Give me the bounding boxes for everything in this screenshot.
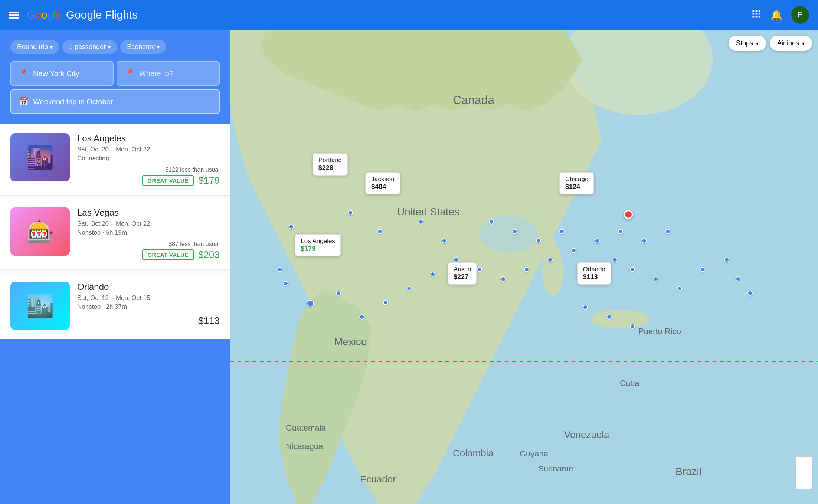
la-flight-info: Connecting [77, 155, 220, 162]
orlando-bottom: $113 [77, 315, 220, 327]
airlines-button[interactable]: Airlines ▾ [770, 36, 812, 51]
stops-arrow: ▾ [756, 40, 759, 46]
map-dot[interactable] [336, 291, 341, 296]
orlando-price: $113 [198, 315, 220, 327]
austin-price: $227 [454, 273, 471, 281]
destination-input[interactable] [139, 69, 212, 78]
svg-rect-6 [753, 16, 755, 17]
la-dates: Sat, Oct 20 – Mon, Oct 22 [77, 146, 220, 153]
lv-info: Las Vegas Sat, Oct 20 – Mon, Oct 22 Nons… [77, 207, 220, 261]
chicago-marker[interactable]: Chicago $124 [559, 172, 594, 194]
cabin-class-arrow: ▾ [157, 44, 160, 50]
zoom-out-button[interactable]: − [796, 473, 812, 489]
jackson-city-label: Jackson [371, 176, 394, 183]
lv-savings: $87 less than usual [168, 241, 220, 248]
map-dot[interactable] [377, 229, 382, 234]
date-input-box[interactable]: 📅 Weekend trip in October [10, 89, 220, 114]
date-label: Weekend trip in October [33, 98, 113, 106]
portland-city-label: Portland [318, 157, 342, 164]
jackson-price: $404 [371, 183, 394, 191]
la-badge: GREAT VALUE [142, 175, 194, 186]
result-card-lv[interactable]: Las Vegas Sat, Oct 20 – Mon, Oct 22 Nons… [0, 199, 230, 270]
svg-text:Ecuador: Ecuador [360, 474, 396, 485]
austin-city-label: Austin [454, 266, 471, 273]
origin-input[interactable] [33, 69, 105, 78]
result-card-orlando[interactable]: Orlando Sat, Oct 13 – Mon, Oct 15 Nonsto… [0, 273, 230, 339]
map-dot[interactable] [612, 257, 618, 262]
left-panel: Round trip ▾ 1 passenger ▾ Economy ▾ 📍 📍 [0, 30, 230, 504]
svg-rect-4 [756, 13, 758, 14]
search-section: Round trip ▾ 1 passenger ▾ Economy ▾ 📍 📍 [0, 30, 230, 121]
passengers-button[interactable]: 1 passenger ▾ [62, 40, 117, 54]
map-dot[interactable] [501, 276, 506, 282]
la-price: $179 [198, 175, 220, 186]
map-dot[interactable] [348, 210, 353, 215]
bell-icon[interactable]: 🔔 [770, 9, 782, 21]
map-dot[interactable] [536, 238, 541, 243]
result-card-la[interactable]: Los Angeles Sat, Oct 20 – Mon, Oct 22 Co… [0, 124, 230, 196]
la-image [10, 133, 70, 181]
calendar-icon: 📅 [19, 97, 29, 107]
map-dot[interactable] [571, 248, 576, 253]
lv-price: $203 [198, 249, 220, 261]
lv-dates: Sat, Oct 20 – Mon, Oct 22 [77, 220, 220, 228]
map-dot[interactable] [430, 272, 435, 277]
portland-marker[interactable]: Portland $228 [313, 153, 348, 176]
map-dot[interactable] [606, 314, 612, 320]
la-map-price: $179 [301, 245, 335, 253]
la-info: Los Angeles Sat, Oct 20 – Mon, Oct 22 Co… [77, 133, 220, 186]
orlando-value-row: $113 [198, 315, 220, 327]
zoom-controls: + − [796, 456, 812, 489]
stops-button[interactable]: Stops ▾ [729, 36, 766, 51]
svg-rect-7 [756, 16, 758, 17]
map-dot[interactable] [665, 229, 670, 234]
results-section: Los Angeles Sat, Oct 20 – Mon, Oct 22 Co… [0, 124, 230, 339]
svg-text:Guatemala: Guatemala [286, 423, 326, 432]
lv-city: Las Vegas [77, 207, 220, 218]
la-marker[interactable]: Los Angeles $179 [295, 234, 341, 256]
nyc-marker [624, 210, 633, 219]
svg-text:Nicaragua: Nicaragua [286, 442, 323, 451]
map-dot[interactable] [418, 219, 423, 225]
menu-button[interactable] [9, 12, 19, 19]
origin-input-box[interactable]: 📍 [10, 61, 114, 86]
austin-marker[interactable]: Austin $227 [448, 262, 477, 285]
map-dot[interactable] [524, 267, 529, 272]
lv-value-row: GREAT VALUE $203 [142, 249, 220, 261]
map-section[interactable]: Canada United States Mexico Cuba Puerto … [230, 30, 818, 504]
stops-label: Stops [736, 39, 753, 47]
map-dot[interactable] [277, 267, 282, 272]
svg-text:Brazil: Brazil [675, 466, 701, 477]
svg-text:Colombia: Colombia [453, 448, 494, 459]
orlando-flight-info: Nonstop · 2h 37m [77, 303, 220, 311]
orlando-info: Orlando Sat, Oct 13 – Mon, Oct 15 Nonsto… [77, 282, 220, 327]
orlando-marker[interactable]: Orlando $113 [577, 262, 611, 285]
trip-options-row: Round trip ▾ 1 passenger ▾ Economy ▾ [10, 40, 220, 54]
jackson-marker[interactable]: Jackson $404 [365, 172, 400, 194]
grid-icon[interactable] [751, 9, 762, 22]
la-bottom: $122 less than usual GREAT VALUE $179 [77, 167, 220, 186]
map-dot[interactable] [724, 257, 729, 262]
destination-input-box[interactable]: 📍 [117, 61, 220, 86]
svg-point-12 [590, 310, 650, 328]
zoom-in-button[interactable]: + [796, 456, 812, 473]
flights-label: Google Flights [66, 9, 138, 21]
map-dot[interactable] [630, 267, 635, 272]
google-flights-logo: Google Google Flights [27, 9, 138, 21]
map-dot[interactable] [512, 229, 517, 234]
location-inputs: 📍 📍 [10, 61, 220, 86]
svg-text:Suriname: Suriname [538, 464, 573, 473]
avatar[interactable]: E [791, 6, 809, 24]
svg-text:Canada: Canada [453, 93, 494, 107]
svg-text:Puerto Rico: Puerto Rico [638, 327, 681, 336]
map-dot[interactable] [747, 291, 753, 296]
round-trip-button[interactable]: Round trip ▾ [10, 40, 59, 54]
map-dot[interactable] [736, 276, 741, 282]
svg-rect-3 [753, 13, 755, 14]
la-savings: $122 less than usual [165, 167, 220, 173]
map-dot[interactable] [559, 229, 565, 234]
map-dot[interactable] [677, 286, 682, 291]
map-dot[interactable] [283, 281, 288, 286]
cabin-class-button[interactable]: Economy ▾ [120, 40, 166, 54]
map-dot[interactable] [653, 276, 658, 282]
